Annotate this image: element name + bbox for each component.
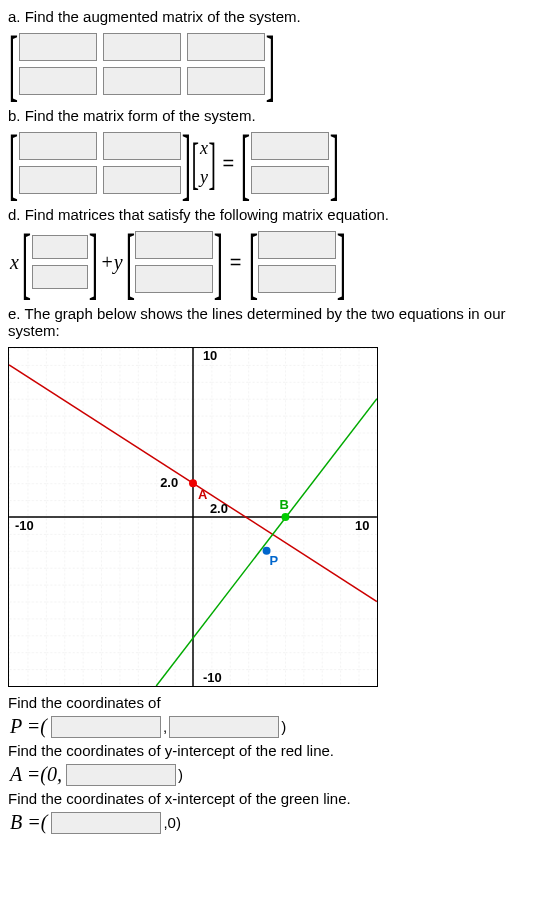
matrix-b-r1c1[interactable] xyxy=(19,132,97,160)
p-label: P =( xyxy=(8,715,49,738)
right-bracket-icon: ] xyxy=(181,128,190,198)
matrix-d1-r1[interactable] xyxy=(32,235,88,259)
matrix-d2-r2[interactable] xyxy=(135,265,213,293)
rhs-b-r2[interactable] xyxy=(251,166,329,194)
augmented-matrix: [ ] xyxy=(8,29,548,99)
close-paren: ) xyxy=(281,718,286,735)
matrix-b-r2c1[interactable] xyxy=(19,166,97,194)
zero-close: ,0) xyxy=(163,814,181,831)
vec-x: x xyxy=(200,138,208,159)
p-x-input[interactable] xyxy=(51,716,161,738)
b-label: B =( xyxy=(8,811,49,834)
b-x-input[interactable] xyxy=(51,812,161,834)
svg-text:10: 10 xyxy=(355,518,369,533)
matrix-d-equation: x [ ] +y [ ] = [ ] xyxy=(8,227,548,297)
vec-y: y xyxy=(200,167,208,188)
left-bracket-icon: [ xyxy=(192,138,199,188)
svg-text:2.0: 2.0 xyxy=(160,475,178,490)
svg-text:A: A xyxy=(198,487,207,502)
matrix-a-r1c3[interactable] xyxy=(187,33,265,61)
right-bracket-icon: ] xyxy=(88,227,97,297)
matrix-d3-r2[interactable] xyxy=(258,265,336,293)
svg-text:-10: -10 xyxy=(15,518,34,533)
close-paren: ) xyxy=(178,766,183,783)
a-label: A =(0, xyxy=(8,763,64,786)
right-bracket-icon: ] xyxy=(209,138,216,188)
right-bracket-icon: ] xyxy=(337,227,346,297)
a-y-input[interactable] xyxy=(66,764,176,786)
left-bracket-icon: [ xyxy=(241,128,250,198)
right-bracket-icon: ] xyxy=(330,128,339,198)
svg-point-5 xyxy=(189,479,197,487)
part-a-prompt: a. Find the augmented matrix of the syst… xyxy=(8,8,548,25)
find-yint-prompt: Find the coordinates of y-intercept of t… xyxy=(8,742,548,759)
matrix-b-r2c2[interactable] xyxy=(103,166,181,194)
graph-plot: 10 -10 -10 10 2.0 A 2.0 B P xyxy=(8,347,378,687)
p-y-input[interactable] xyxy=(169,716,279,738)
part-a: a. Find the augmented matrix of the syst… xyxy=(8,8,548,99)
part-d: d. Find matrices that satisfy the follow… xyxy=(8,206,548,297)
part-e: e. The graph below shows the lines deter… xyxy=(8,305,548,834)
svg-point-6 xyxy=(281,513,289,521)
comma: , xyxy=(163,718,167,735)
plus-y: +y xyxy=(98,251,124,274)
var-x: x xyxy=(8,251,21,274)
rhs-b-r1[interactable] xyxy=(251,132,329,160)
left-bracket-icon: [ xyxy=(125,227,134,297)
svg-text:P: P xyxy=(270,553,279,568)
right-bracket-icon: ] xyxy=(265,29,274,99)
find-coords-p: Find the coordinates of xyxy=(8,694,548,711)
svg-text:10: 10 xyxy=(203,348,217,363)
matrix-a-r1c2[interactable] xyxy=(103,33,181,61)
left-bracket-icon: [ xyxy=(248,227,257,297)
svg-text:2.0: 2.0 xyxy=(210,501,228,516)
matrix-d2-r1[interactable] xyxy=(135,231,213,259)
find-xint-prompt: Find the coordinates of x-intercept of t… xyxy=(8,790,548,807)
svg-text:-10: -10 xyxy=(203,670,222,685)
part-b: b. Find the matrix form of the system. [… xyxy=(8,107,548,198)
left-bracket-icon: [ xyxy=(9,128,18,198)
matrix-a-r2c3[interactable] xyxy=(187,67,265,95)
left-bracket-icon: [ xyxy=(9,29,18,99)
right-bracket-icon: ] xyxy=(214,227,223,297)
matrix-cells xyxy=(19,33,265,95)
matrix-a-r2c2[interactable] xyxy=(103,67,181,95)
part-e-prompt: e. The graph below shows the lines deter… xyxy=(8,305,548,339)
left-bracket-icon: [ xyxy=(22,227,31,297)
matrix-a-r2c1[interactable] xyxy=(19,67,97,95)
matrix-form-equation: [ ] [ x y ] = [ ] xyxy=(8,128,548,198)
matrix-d3-r1[interactable] xyxy=(258,231,336,259)
equals-sign: = xyxy=(224,251,248,274)
equals-sign: = xyxy=(217,152,241,175)
part-b-prompt: b. Find the matrix form of the system. xyxy=(8,107,548,124)
matrix-d1-r2[interactable] xyxy=(32,265,88,289)
svg-text:B: B xyxy=(279,497,288,512)
matrix-b-r1c2[interactable] xyxy=(103,132,181,160)
matrix-a-r1c1[interactable] xyxy=(19,33,97,61)
